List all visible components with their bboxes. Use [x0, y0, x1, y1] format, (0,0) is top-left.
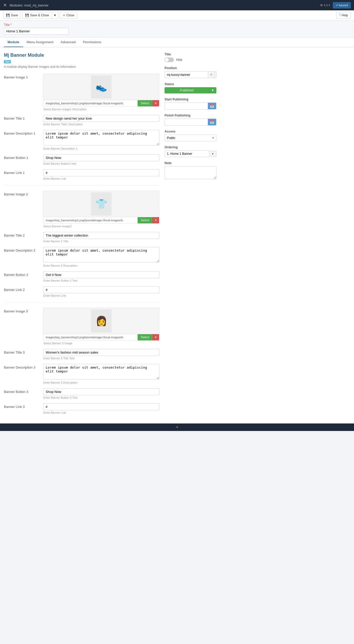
ordering-row: 1. Home 1 Banner ▼: [165, 150, 216, 157]
banner3-link-field: Enter Banner Link: [43, 403, 159, 414]
banner3-link-desc: Enter Banner Link: [43, 411, 159, 414]
tab-module[interactable]: Module: [4, 38, 23, 47]
banner3-title-row: Banner Title 3 Enter Banner 3 Title Text: [4, 349, 159, 360]
position-dropdown-button[interactable]: ▼: [215, 71, 216, 78]
banner3-desc-field: Lorem ipsum dolor sit amet, consectetur …: [43, 364, 159, 384]
save-close-icon: 💾: [25, 13, 29, 17]
banner1-preview-img: 👟: [91, 75, 112, 99]
chevron-down-icon: ▼: [53, 13, 56, 17]
banner1-desc-textarea[interactable]: Lorem ipsum dolor sit amet, consectetur …: [43, 130, 159, 145]
banner1-desc-row: Banner Description 1 Lorem ipsum dolor s…: [4, 130, 159, 150]
banner3-title-input[interactable]: [43, 349, 159, 356]
banner3-desc-row: Banner Description 3 Lorem ipsum dolor s…: [4, 364, 159, 384]
status-dropdown-button[interactable]: ▼: [209, 87, 216, 93]
banner1-title-desc: Enter Banner Title1 Description: [43, 123, 159, 126]
banner1-desc-field: Lorem ipsum dolor sit amet, consectetur …: [43, 130, 159, 150]
finish-date-calendar-button[interactable]: 📅: [208, 119, 216, 125]
nav-version: ⌘ 4.0.4: [320, 4, 330, 7]
banner2-path-row: Select ✕: [44, 217, 159, 223]
banner2-desc-textarea[interactable]: Lorem ipsum dolor sit amet, consectetur …: [43, 247, 159, 262]
note-textarea[interactable]: [165, 166, 216, 179]
banner2-title-label: Banner Title 2: [4, 232, 40, 237]
save-close-dropdown-button[interactable]: ▼: [52, 12, 58, 19]
help-button[interactable]: ? Help: [336, 12, 351, 19]
finish-date-row: 📅: [165, 119, 216, 126]
save-close-group: 💾 Save & Close ▼: [22, 12, 58, 19]
banner2-remove-button[interactable]: ✕: [152, 217, 159, 223]
module-badge: Site: [4, 60, 11, 63]
banner1-title-label: Banner Title 1: [4, 115, 40, 120]
help-icon: ?: [339, 13, 341, 17]
banner1-title-input[interactable]: [43, 115, 159, 122]
title-toggle[interactable]: [165, 57, 174, 62]
banner2-image-preview: 👕: [44, 191, 159, 217]
sidebar-access-section: Access Public Registered Special Guest S…: [165, 130, 216, 141]
banner1-image-container: 👟 Select ✕: [43, 74, 159, 107]
banner3-path-input[interactable]: [44, 334, 138, 340]
banner3-button-label: Banner Button 3: [4, 388, 40, 394]
position-input[interactable]: [165, 72, 208, 78]
banner2-button-input[interactable]: [43, 271, 159, 278]
access-select[interactable]: Public Registered Special Guest Super Us…: [165, 135, 216, 141]
banner1-path-input[interactable]: [44, 100, 138, 106]
banner2-link-label: Banner Link 2: [4, 286, 40, 292]
banner2-image-container: 👕 Select ✕: [43, 191, 159, 224]
tab-advanced[interactable]: Advanced: [57, 38, 79, 47]
finish-date-input[interactable]: [165, 119, 208, 125]
banner1-select-button[interactable]: Select: [138, 100, 152, 106]
start-date-input[interactable]: [165, 103, 208, 109]
module-title: Mj Banner Module: [4, 53, 159, 58]
title-area: Title *: [0, 20, 354, 38]
banner1-button-input[interactable]: [43, 154, 159, 161]
banner3-button-field: Enter Banner Button 3 Text: [43, 388, 159, 399]
banner3-link-input[interactable]: [43, 403, 159, 410]
banner3-desc-textarea[interactable]: Lorem ipsum dolor sit amet, consectetur …: [43, 364, 159, 379]
title-input[interactable]: [4, 28, 69, 35]
banner2-link-input[interactable]: [43, 286, 159, 293]
banner2-path-input[interactable]: [44, 217, 138, 223]
banner1-desc-label: Banner Description 1: [4, 130, 40, 135]
banner3-button-input[interactable]: [43, 388, 159, 395]
banner3-remove-button[interactable]: ✕: [152, 334, 159, 340]
banner2-title-input[interactable]: [43, 232, 159, 239]
sidebar-title-section: Title Hide: [165, 53, 216, 62]
banner1-link-desc: Enter Banner Link: [43, 177, 159, 180]
banner1-link-input[interactable]: [43, 169, 159, 176]
close-button[interactable]: ✕ Close: [60, 12, 77, 19]
banner3-image-field: 👩 Select ✕ Select Banner 3 Image: [43, 308, 159, 345]
tab-permissions[interactable]: Permissions: [79, 38, 105, 47]
banner1-remove-button[interactable]: ✕: [152, 100, 159, 106]
external-link-icon: ↗: [336, 4, 338, 7]
banner3-desc-label: Banner Description 3: [4, 364, 40, 369]
left-panel: Mj Banner Module Site A module display B…: [4, 53, 159, 418]
status-main-button[interactable]: Published: [165, 87, 209, 93]
start-date-calendar-button[interactable]: 📅: [208, 103, 216, 109]
banner1-image-desc: Select Banner Image1 Description: [43, 108, 159, 111]
position-clear-button[interactable]: ✕: [208, 71, 215, 78]
banner3-title-field: Enter Banner 3 Title Text: [43, 349, 159, 360]
banner1-title-row: Banner Title 1 Enter Banner Title1 Descr…: [4, 115, 159, 126]
banner2-title-field: Enter Banner 2 Title: [43, 232, 159, 243]
banner2-desc-field: Lorem ipsum dolor sit amet, consectetur …: [43, 247, 159, 267]
banner2-select-button[interactable]: Select: [138, 217, 152, 223]
banner1-button-field: Enter Banner Button1 text: [43, 154, 159, 165]
banner2-link-row: Banner Link 2 Enter Banner Link: [4, 286, 159, 297]
banner1-title-field: Enter Banner Title1 Description: [43, 115, 159, 126]
hide-label: Hide: [176, 58, 182, 62]
save-button[interactable]: 💾 Save: [3, 12, 21, 19]
sidebar-access-label: Access: [165, 130, 216, 133]
tab-menu-assignment[interactable]: Menu Assignment: [23, 38, 57, 47]
ordering-select[interactable]: 1. Home 1 Banner: [165, 150, 209, 157]
start-date-row: 📅: [165, 103, 216, 109]
site-button[interactable]: ↗ luxury4: [333, 2, 351, 9]
banner3-select-button[interactable]: Select: [138, 334, 152, 340]
footer: ✕: [0, 423, 354, 431]
save-close-button[interactable]: 💾 Save & Close: [22, 12, 52, 19]
banner3-button-desc: Enter Banner Button 3 Text: [43, 396, 159, 399]
access-select-wrapper: Public Registered Special Guest Super Us…: [165, 135, 216, 141]
save-icon: 💾: [6, 13, 10, 17]
banner1-image-row: Banner Image 1 👟 Select ✕ Select Banner …: [4, 74, 159, 111]
sidebar-status-section: Status Published ▼: [165, 82, 216, 93]
divider-1: [4, 185, 159, 186]
ordering-dropdown-button[interactable]: ▼: [209, 151, 216, 157]
